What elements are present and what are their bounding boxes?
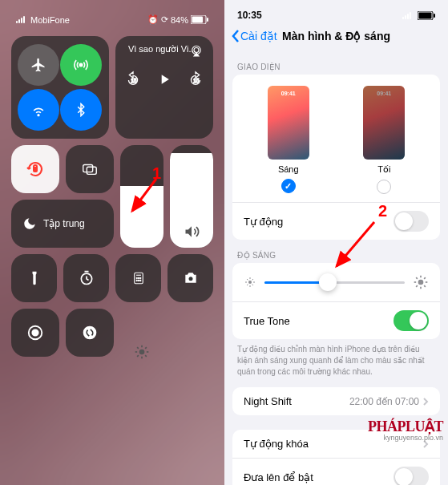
truetone-label: True Tone xyxy=(244,315,290,327)
svg-line-52 xyxy=(424,285,426,287)
timer-tile[interactable] xyxy=(63,254,109,302)
sun-large-icon xyxy=(413,274,429,290)
dark-label: Tối xyxy=(377,164,390,175)
svg-rect-35 xyxy=(419,12,432,18)
settings-screen: 10:35 Cài đặt Màn hình & Độ sáng GIAO DI… xyxy=(224,0,448,485)
svg-text:15: 15 xyxy=(193,78,200,83)
focus-tile[interactable]: Tập trung xyxy=(11,200,114,248)
play-icon[interactable] xyxy=(156,71,172,87)
moon-icon xyxy=(22,216,37,231)
dark-thumbnail: 09:41 xyxy=(363,86,405,160)
svg-point-30 xyxy=(188,277,192,281)
svg-point-46 xyxy=(418,280,424,285)
control-center-screen: MobiFone ⏰ ⟳ 84% Vì sao người Vi... xyxy=(0,0,224,485)
alarm-icon: ⏰ xyxy=(147,14,159,25)
brightness-slider[interactable] xyxy=(120,145,163,248)
brightness-thumb[interactable] xyxy=(319,273,337,291)
svg-rect-2 xyxy=(207,18,208,22)
svg-point-6 xyxy=(194,48,199,53)
orientation-lock-tile[interactable] xyxy=(11,145,59,193)
truetone-footnote: Tự động điều chỉnh màn hình iPhone dựa t… xyxy=(224,339,448,387)
airplay-icon[interactable] xyxy=(189,44,204,59)
svg-point-25 xyxy=(138,277,139,278)
brightness-track[interactable] xyxy=(264,281,405,284)
auto-toggle[interactable] xyxy=(394,211,429,232)
svg-point-37 xyxy=(248,281,252,284)
appearance-card: 09:41 Sáng 09:41 Tối Tự động xyxy=(232,75,440,240)
truetone-row[interactable]: True Tone xyxy=(232,301,440,339)
appearance-light-option[interactable]: 09:41 Sáng xyxy=(268,86,309,194)
signal-icon xyxy=(402,12,411,19)
volume-slider[interactable] xyxy=(170,145,213,248)
clock: 10:35 xyxy=(237,10,262,21)
svg-point-27 xyxy=(136,280,137,281)
brightness-card: True Tone xyxy=(232,263,440,339)
back-button[interactable]: Cài đặt xyxy=(231,29,277,43)
status-bar-left: MobiFone ⏰ ⟳ 84% xyxy=(6,0,218,31)
svg-rect-36 xyxy=(434,14,435,18)
svg-point-32 xyxy=(32,329,38,335)
wifi-button[interactable] xyxy=(18,89,59,131)
svg-line-43 xyxy=(252,285,253,285)
light-thumbnail: 09:41 xyxy=(268,86,309,160)
carrier-label: MobiFone xyxy=(30,15,70,25)
svg-point-26 xyxy=(139,277,140,278)
svg-point-4 xyxy=(38,115,40,116)
dark-radio[interactable] xyxy=(377,180,391,194)
page-title: Màn hình & Độ sáng xyxy=(282,30,390,42)
svg-point-24 xyxy=(136,277,137,278)
svg-point-33 xyxy=(83,326,97,340)
svg-line-42 xyxy=(247,279,248,280)
light-radio[interactable] xyxy=(281,179,296,193)
svg-rect-10 xyxy=(83,165,93,172)
flashlight-tile[interactable] xyxy=(11,254,57,302)
section-brightness-label: ĐỘ SÁNG xyxy=(224,240,448,263)
chevron-right-icon xyxy=(422,397,429,406)
svg-point-3 xyxy=(80,63,83,66)
truetone-toggle[interactable] xyxy=(394,310,429,331)
shazam-tile[interactable] xyxy=(66,309,114,357)
focus-label: Tập trung xyxy=(43,218,85,229)
chevron-right-icon xyxy=(422,439,429,449)
raise-row[interactable]: Đưa lên để bật xyxy=(232,458,440,485)
connectivity-tile[interactable] xyxy=(11,36,109,139)
svg-rect-11 xyxy=(87,167,96,174)
rewind-icon[interactable]: 15 xyxy=(124,71,142,88)
calculator-tile[interactable] xyxy=(115,254,161,302)
auto-row[interactable]: Tự động xyxy=(232,202,440,240)
screen-mirror-tile[interactable] xyxy=(66,145,114,193)
nightshift-card: Night Shift 22:00 đến 07:00 xyxy=(232,387,440,415)
svg-point-29 xyxy=(139,280,140,281)
svg-point-28 xyxy=(138,280,139,281)
signal-icon xyxy=(16,16,25,23)
raise-label: Đưa lên để bật xyxy=(244,471,313,483)
autolock-row[interactable]: Tự động khóa xyxy=(232,430,440,458)
nightshift-row[interactable]: Night Shift 22:00 đến 07:00 xyxy=(232,387,440,415)
appearance-dark-option[interactable]: 09:41 Tối xyxy=(363,86,405,194)
svg-line-53 xyxy=(416,285,418,287)
svg-line-51 xyxy=(416,277,418,279)
battery-icon xyxy=(191,15,208,24)
sun-small-icon xyxy=(244,276,256,289)
camera-tile[interactable] xyxy=(167,254,213,302)
status-bar-right: 10:35 xyxy=(224,0,448,24)
back-label: Cài đặt xyxy=(240,30,277,42)
svg-line-54 xyxy=(424,277,426,279)
orientation-lock-icon: ⟳ xyxy=(161,14,168,25)
bluetooth-button[interactable] xyxy=(60,89,102,131)
battery-icon xyxy=(418,11,435,20)
svg-line-44 xyxy=(247,285,248,285)
svg-line-45 xyxy=(252,279,253,280)
media-tile[interactable]: Vì sao người Vi... 15 15 xyxy=(115,36,213,139)
forward-icon[interactable]: 15 xyxy=(187,71,204,88)
speaker-icon xyxy=(184,224,200,240)
brightness-slider-row[interactable] xyxy=(232,263,440,301)
screen-record-tile[interactable] xyxy=(11,309,59,357)
cellular-button[interactable] xyxy=(60,44,102,86)
battery-percent: 84% xyxy=(171,15,188,25)
raise-toggle[interactable] xyxy=(394,467,429,485)
auto-label: Tự động xyxy=(244,216,283,228)
nightshift-label: Night Shift xyxy=(244,395,292,407)
chevron-left-icon xyxy=(231,29,240,43)
airplane-button[interactable] xyxy=(18,44,59,86)
